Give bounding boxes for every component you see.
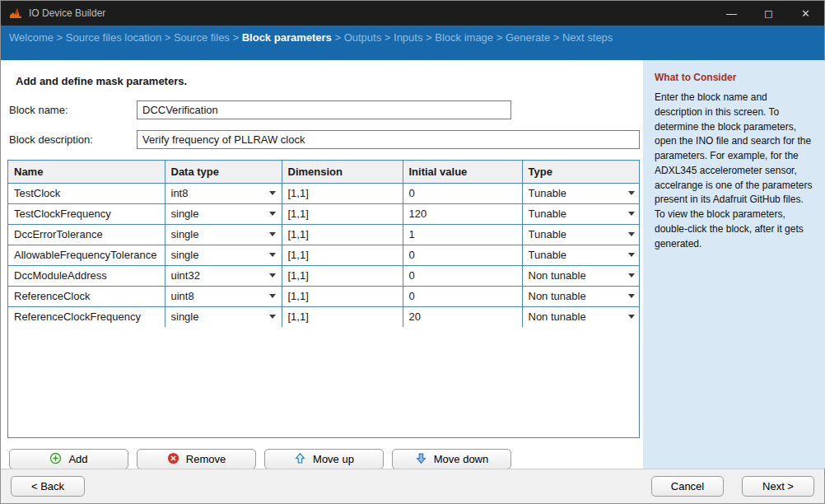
breadcrumb-item-generate[interactable]: Generate — [506, 31, 550, 44]
cell-name[interactable]: AllowableFrequencyTolerance — [8, 245, 165, 265]
breadcrumb-separator: > — [422, 31, 435, 44]
data-type-dropdown-value: single — [171, 208, 266, 220]
data-type-dropdown[interactable]: int8 — [165, 183, 282, 203]
block-name-row: Block name: — [9, 100, 640, 119]
cell-initial-value[interactable]: 1 — [403, 224, 522, 245]
chevron-down-icon[interactable] — [269, 212, 276, 216]
maximize-button[interactable]: ◻ — [750, 1, 787, 26]
cell-dimension[interactable]: [1,1] — [282, 286, 403, 306]
type-dropdown[interactable]: Non tunable — [522, 286, 640, 306]
chevron-down-icon[interactable] — [269, 315, 276, 319]
block-description-input[interactable] — [137, 130, 640, 149]
chevron-down-icon[interactable] — [269, 294, 276, 298]
remove-button[interactable]: Remove — [137, 449, 256, 469]
type-dropdown-value: Tunable — [529, 249, 626, 261]
cell-name[interactable]: TestClockFrequency — [8, 203, 165, 224]
chevron-down-icon[interactable] — [628, 273, 635, 278]
chevron-down-icon[interactable] — [628, 315, 635, 319]
cell-name[interactable]: DccErrorTolerance — [8, 224, 165, 245]
chevron-down-icon[interactable] — [269, 253, 276, 257]
chevron-down-icon[interactable] — [269, 273, 276, 278]
cell-dimension[interactable]: [1,1] — [282, 245, 403, 265]
data-type-dropdown[interactable]: single — [165, 306, 282, 327]
cell-dimension[interactable]: [1,1] — [282, 306, 403, 327]
move-down-button-label: Move down — [434, 453, 488, 465]
data-type-dropdown[interactable]: single — [165, 245, 282, 265]
cell-initial-value[interactable]: 0 — [403, 286, 522, 306]
breadcrumb-separator: > — [54, 31, 66, 44]
breadcrumb-item-inputs[interactable]: Inputs — [394, 31, 422, 44]
breadcrumb-item-welcome[interactable]: Welcome — [9, 31, 54, 44]
chevron-down-icon[interactable] — [628, 212, 635, 216]
cell-initial-value[interactable]: 0 — [403, 265, 522, 286]
chevron-down-icon[interactable] — [269, 191, 276, 195]
type-dropdown[interactable]: Non tunable — [522, 265, 640, 286]
cell-initial-value[interactable]: 0 — [403, 245, 522, 265]
table-row[interactable]: DccModuleAddressuint32[1,1]0Non tunable — [8, 265, 640, 286]
cell-initial-value[interactable]: 0 — [403, 183, 522, 203]
data-type-dropdown[interactable]: uint8 — [165, 286, 282, 306]
add-icon — [49, 452, 62, 467]
column-header-data-type[interactable]: Data type — [165, 161, 282, 183]
back-button[interactable]: < Back — [11, 476, 85, 497]
cell-name[interactable]: DccModuleAddress — [8, 265, 165, 286]
cancel-button[interactable]: Cancel — [651, 476, 724, 497]
cell-dimension[interactable]: [1,1] — [282, 183, 403, 203]
cell-dimension[interactable]: [1,1] — [282, 224, 403, 245]
breadcrumb-separator: > — [230, 31, 242, 44]
data-type-dropdown[interactable]: uint32 — [165, 265, 282, 286]
chevron-down-icon[interactable] — [269, 232, 276, 236]
table-row[interactable]: TestClockint8[1,1]0Tunable — [8, 183, 640, 203]
data-type-dropdown[interactable]: single — [165, 224, 282, 245]
move-down-button[interactable]: Move down — [392, 449, 511, 469]
type-dropdown[interactable]: Non tunable — [522, 306, 640, 327]
move-up-button[interactable]: Move up — [264, 449, 384, 469]
column-header-type[interactable]: Type — [522, 161, 640, 183]
type-dropdown[interactable]: Tunable — [522, 183, 640, 203]
breadcrumb-item-source-files[interactable]: Source files — [174, 31, 230, 44]
column-header-name[interactable]: Name — [8, 161, 165, 183]
cell-name[interactable]: ReferenceClock — [8, 286, 165, 306]
column-header-dimension[interactable]: Dimension — [282, 161, 403, 183]
cell-dimension[interactable]: [1,1] — [282, 203, 403, 224]
sidebar-title: What to Consider — [655, 72, 814, 83]
block-name-input[interactable] — [137, 100, 511, 119]
add-button[interactable]: Add — [9, 449, 128, 469]
breadcrumb-separator: > — [493, 31, 506, 44]
breadcrumb-item-outputs[interactable]: Outputs — [344, 31, 382, 44]
breadcrumb-item-source-files-location[interactable]: Source files location — [66, 31, 161, 44]
cell-name[interactable]: TestClock — [8, 183, 165, 203]
column-header-initial-value[interactable]: Initial value — [403, 161, 522, 183]
remove-icon — [167, 452, 179, 467]
breadcrumb-item-block-image[interactable]: Block image — [435, 31, 493, 44]
table-row[interactable]: ReferenceClockFrequencysingle[1,1]20Non … — [8, 306, 640, 327]
table-row[interactable]: ReferenceClockuint8[1,1]0Non tunable — [8, 286, 640, 306]
chevron-down-icon[interactable] — [628, 232, 635, 236]
content: Add and define mask parameters. Block na… — [1, 60, 824, 469]
breadcrumb-item-next-steps[interactable]: Next steps — [562, 31, 613, 44]
table-header-row: Name Data type Dimension Initial value T… — [8, 161, 640, 183]
type-dropdown[interactable]: Tunable — [522, 203, 640, 224]
breadcrumb-item-block-parameters[interactable]: Block parameters — [242, 31, 332, 44]
type-dropdown[interactable]: Tunable — [522, 224, 640, 245]
close-button[interactable]: ✕ — [787, 1, 824, 26]
table-row[interactable]: DccErrorTolerancesingle[1,1]1Tunable — [8, 224, 640, 245]
minimize-button[interactable]: — — [713, 1, 750, 26]
remove-button-label: Remove — [186, 453, 226, 465]
type-dropdown[interactable]: Tunable — [522, 245, 640, 265]
chevron-down-icon[interactable] — [628, 294, 635, 298]
cell-initial-value[interactable]: 20 — [403, 306, 522, 327]
breadcrumb-separator: > — [161, 31, 174, 44]
chevron-down-icon[interactable] — [628, 253, 635, 257]
block-description-label: Block description: — [9, 133, 137, 146]
table-row[interactable]: TestClockFrequencysingle[1,1]120Tunable — [8, 203, 640, 224]
io-device-builder-window: IO Device Builder — ◻ ✕ Welcome > Source… — [0, 0, 825, 504]
cell-initial-value[interactable]: 120 — [403, 203, 522, 224]
table-row[interactable]: AllowableFrequencyTolerancesingle[1,1]0T… — [8, 245, 640, 265]
cell-name[interactable]: ReferenceClockFrequency — [8, 306, 165, 327]
data-type-dropdown-value: single — [171, 228, 266, 240]
next-button[interactable]: Next > — [742, 476, 814, 497]
data-type-dropdown[interactable]: single — [165, 203, 282, 224]
chevron-down-icon[interactable] — [628, 191, 635, 195]
cell-dimension[interactable]: [1,1] — [282, 265, 403, 286]
